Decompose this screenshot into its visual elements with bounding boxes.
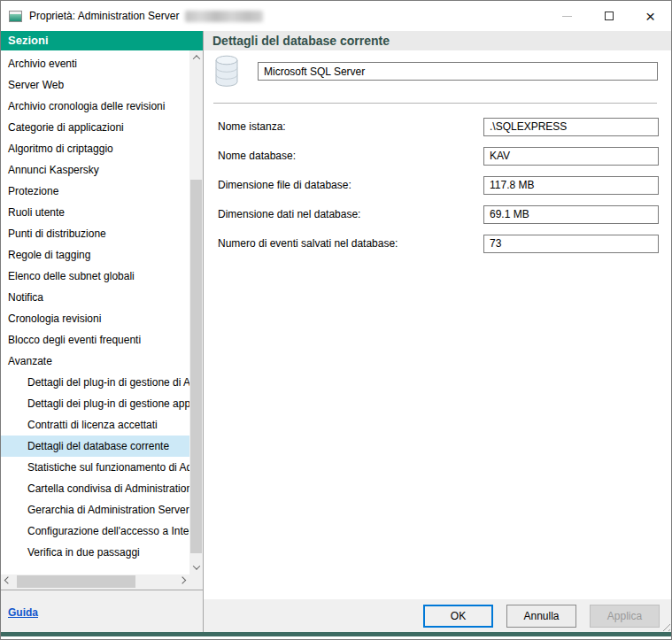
chevron-up-icon (192, 55, 199, 62)
dialog-footer: OK Annulla Applica (204, 599, 671, 632)
sidebar-item[interactable]: Annunci Kaspersky (1, 159, 189, 181)
vertical-scrollbar[interactable] (189, 50, 203, 574)
database-type-row: Microsoft SQL Server (213, 55, 658, 88)
sidebar-item[interactable]: Cronologia revisioni (1, 308, 189, 329)
vertical-scrollbar-thumb[interactable] (190, 180, 202, 553)
sidebar-item[interactable]: Cartella condivisa di Administration Ser… (1, 478, 189, 499)
sidebar-item[interactable]: Server Web (1, 74, 189, 96)
separator-line (213, 103, 657, 104)
sections-sidebar: Sezioni Archivio eventiServer WebArchivi… (1, 31, 204, 632)
sidebar-item[interactable]: Elenco delle subnet globali (1, 266, 189, 287)
field-row: Numero di eventi salvati nel database:73 (218, 235, 659, 253)
field-row: Dimensione dati nel database:69.1 MB (218, 205, 659, 224)
app-icon (9, 11, 22, 22)
sidebar-item[interactable]: Notifica (1, 287, 189, 308)
database-type-field[interactable]: Microsoft SQL Server (258, 62, 658, 81)
horizontal-scrollbar[interactable] (1, 574, 203, 590)
scroll-left-button[interactable] (1, 574, 15, 589)
field-value-box[interactable]: KAV (483, 147, 659, 166)
left-footer: Guida (1, 590, 203, 632)
chevron-right-icon (179, 576, 186, 583)
panel-content: Microsoft SQL Server Nome istanza:.\SQLE… (204, 50, 671, 599)
sidebar-item[interactable]: Categorie di applicazioni (1, 117, 189, 138)
chevron-down-icon (192, 562, 199, 569)
database-icon (213, 55, 240, 88)
sidebar-item[interactable]: Archivio eventi (1, 53, 189, 74)
sidebar-item[interactable]: Algoritmo di criptaggio (1, 138, 189, 159)
window-title: Proprietà: Administration Server (29, 10, 179, 22)
minimize-button[interactable] (546, 1, 588, 31)
maximize-button[interactable] (588, 1, 630, 31)
sidebar-item[interactable]: Archivio cronologia delle revisioni (1, 96, 189, 117)
sidebar-item[interactable]: Punti di distribuzione (1, 223, 189, 244)
window-controls: × (546, 1, 671, 31)
titlebar: Proprietà: Administration Server × (1, 1, 671, 31)
sidebar-item[interactable]: Blocco degli eventi frequenti (1, 329, 189, 351)
ok-button[interactable]: OK (423, 605, 493, 628)
redacted-server-name (185, 11, 263, 22)
details-panel: Dettagli del database corrente Microsoft… (204, 31, 671, 632)
properties-dialog: Proprietà: Administration Server × Sezio… (0, 0, 672, 640)
sidebar-item[interactable]: Dettagli del database corrente (1, 436, 189, 457)
field-value-box[interactable]: 117.8 MB (483, 176, 659, 195)
database-fields: Nome istanza:.\SQLEXPRESSNome database:K… (218, 118, 659, 264)
scroll-up-button[interactable] (189, 50, 203, 65)
close-icon: × (645, 8, 655, 25)
field-row: Nome database:KAV (218, 147, 659, 166)
horizontal-scrollbar-thumb[interactable] (17, 575, 135, 588)
maximize-icon (605, 12, 614, 20)
sections-list: Archivio eventiServer WebArchivio cronol… (1, 53, 189, 563)
sidebar-item[interactable]: Configurazione dell'accesso a Internet (1, 520, 189, 542)
field-value-box[interactable]: 73 (483, 235, 659, 253)
scroll-down-button[interactable] (189, 560, 203, 574)
cancel-button[interactable]: Annulla (506, 605, 576, 628)
sidebar-item[interactable]: Protezione (1, 181, 189, 202)
field-row: Nome istanza:.\SQLEXPRESS (218, 118, 659, 136)
sidebar-item[interactable]: Contratti di licenza accettati (1, 414, 189, 436)
field-row: Dimensione file di database:117.8 MB (218, 176, 659, 195)
field-value-box[interactable]: .\SQLEXPRESS (483, 118, 659, 136)
apply-button[interactable]: Applica (590, 605, 660, 628)
minimize-icon (562, 16, 572, 17)
field-value-box[interactable]: 69.1 MB (483, 205, 659, 224)
sidebar-item[interactable]: Verifica in due passaggi (1, 542, 189, 563)
sidebar-item[interactable]: Regole di tagging (1, 244, 189, 266)
sidebar-item[interactable]: Dettagli del plug-in di gestione di Admi… (1, 372, 189, 393)
bottom-white-strip (1, 636, 671, 639)
sidebar-item[interactable]: Avanzate (1, 351, 189, 372)
chevron-left-icon (4, 576, 12, 583)
sidebar-item[interactable]: Statistiche sul funzionamento di Adminis… (1, 457, 189, 478)
sidebar-item[interactable]: Ruoli utente (1, 202, 189, 223)
sidebar-item[interactable]: Gerarchia di Administration Server (1, 499, 189, 520)
panel-title: Dettagli del database corrente (204, 31, 671, 50)
resize-grip-icon[interactable] (660, 621, 670, 631)
help-link[interactable]: Guida (8, 606, 38, 619)
close-button[interactable]: × (630, 1, 671, 31)
sections-header: Sezioni (1, 31, 203, 50)
sidebar-item[interactable]: Dettagli dei plug-in di gestione applica… (1, 393, 189, 414)
scroll-right-button[interactable] (175, 574, 189, 589)
sections-list-wrap: Archivio eventiServer WebArchivio cronol… (1, 50, 203, 574)
